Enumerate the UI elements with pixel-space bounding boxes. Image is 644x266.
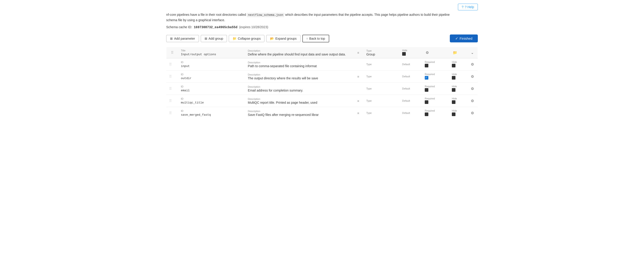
param-desc-label: Description bbox=[248, 110, 352, 113]
param-hide-label: Hide bbox=[452, 85, 464, 88]
param-row: ⠿ ID input Description Path to comma-sep… bbox=[166, 58, 478, 71]
param-note-cell bbox=[354, 58, 364, 71]
param-settings-cell: ⚙ bbox=[467, 107, 478, 119]
param-settings-cell: ⚙ bbox=[467, 58, 478, 71]
param-hide-checkbox[interactable] bbox=[452, 88, 456, 92]
param-drag-handle[interactable]: ⠿ bbox=[169, 99, 172, 103]
plus-icon: ⊞ bbox=[170, 37, 173, 40]
group-note-cell: ≡ bbox=[354, 47, 364, 58]
param-default-label: Default bbox=[402, 87, 419, 90]
param-id-value: input bbox=[181, 64, 190, 68]
param-settings-button[interactable]: ⚙ bbox=[470, 74, 475, 80]
param-required-checkbox[interactable] bbox=[425, 100, 428, 104]
finished-label: Finished bbox=[460, 36, 472, 40]
schema-cache-row: Schema cache ID: 1697308732_ea4965cba55d… bbox=[166, 25, 478, 29]
group-note-icon[interactable]: ≡ bbox=[357, 51, 359, 55]
param-default-cell: Default bbox=[400, 95, 422, 107]
collapse-groups-label: Collapse groups bbox=[238, 37, 260, 40]
group-settings-button[interactable]: ⚙ bbox=[425, 50, 430, 56]
param-hide-cell: Hide bbox=[449, 107, 467, 119]
group-header-row: ⠿ Title Input/output options Description… bbox=[166, 47, 478, 58]
back-to-top-button[interactable]: ↑ Back to top bbox=[302, 35, 329, 42]
param-drag-handle[interactable]: ⠿ bbox=[169, 62, 172, 66]
param-required-cell: Required bbox=[422, 58, 449, 71]
param-drag-handle[interactable]: ⠿ bbox=[169, 111, 172, 115]
param-required-label: Required bbox=[425, 73, 446, 76]
param-settings-button[interactable]: ⚙ bbox=[470, 61, 475, 67]
param-type-cell: Type bbox=[364, 107, 400, 119]
param-note-cell bbox=[354, 83, 364, 95]
param-note-cell: ≡ bbox=[354, 95, 364, 107]
group-drag-handle[interactable]: ⠿ bbox=[169, 50, 176, 55]
param-row: ⠿ ID outdir Description The output direc… bbox=[166, 71, 478, 83]
param-drag-handle[interactable]: ⠿ bbox=[169, 75, 172, 78]
param-desc-value: Email address for completion summary. bbox=[248, 89, 303, 92]
param-required-checkbox[interactable] bbox=[425, 76, 428, 80]
expand-groups-label: Expand groups bbox=[275, 37, 296, 40]
param-note-icon[interactable]: ≡ bbox=[357, 111, 359, 115]
param-hide-checkbox[interactable] bbox=[452, 113, 456, 116]
group-expand-button[interactable]: ⌄ bbox=[470, 50, 475, 56]
param-settings-button[interactable]: ⚙ bbox=[470, 98, 475, 104]
param-settings-button[interactable]: ⚙ bbox=[470, 86, 475, 92]
param-desc-value: Path to comma-separated file containing … bbox=[248, 64, 317, 68]
param-desc-value: The output directory where the results w… bbox=[248, 76, 318, 80]
param-note-icon[interactable]: ≡ bbox=[357, 75, 359, 78]
param-hide-checkbox[interactable] bbox=[452, 64, 456, 67]
help-button[interactable]: ? ? Help bbox=[458, 3, 478, 10]
param-required-label: Required bbox=[425, 97, 446, 100]
param-hide-label: Hide bbox=[452, 61, 464, 63]
param-note-icon[interactable]: ≡ bbox=[357, 99, 359, 103]
group-folder-button[interactable]: 📁 bbox=[452, 50, 458, 56]
expand-groups-button[interactable]: 📂 Expand groups bbox=[266, 35, 300, 42]
group-hide-checkbox[interactable] bbox=[402, 52, 406, 56]
param-id-cell: ID input bbox=[178, 58, 245, 71]
param-required-label: Required bbox=[425, 85, 446, 88]
param-hide-label: Hide bbox=[452, 109, 464, 112]
param-id-label: ID bbox=[181, 97, 242, 100]
group-drag-cell: ⠿ bbox=[166, 47, 178, 58]
param-drag-cell: ⠿ bbox=[166, 83, 178, 95]
add-group-label: Add group bbox=[209, 37, 223, 40]
collapse-groups-button[interactable]: 📁 Collapse groups bbox=[229, 35, 264, 42]
param-id-value: save_merged_fastq bbox=[181, 113, 211, 117]
param-hide-checkbox[interactable] bbox=[452, 100, 456, 104]
param-required-checkbox[interactable] bbox=[425, 113, 428, 116]
param-id-value: outdir bbox=[181, 77, 192, 80]
param-default-label: Default bbox=[402, 75, 419, 78]
param-drag-handle[interactable]: ⠿ bbox=[169, 87, 172, 91]
param-type-label: Type bbox=[366, 99, 397, 102]
param-hide-cell: Hide bbox=[449, 58, 467, 71]
param-required-checkbox[interactable] bbox=[425, 88, 428, 92]
param-required-checkbox[interactable] bbox=[425, 64, 428, 67]
param-note-cell: ≡ bbox=[354, 71, 364, 83]
schema-cache-expires: (expires 10/28/2023) bbox=[239, 25, 268, 29]
param-settings-button[interactable]: ⚙ bbox=[470, 110, 475, 116]
param-desc-cell: Description Save FastQ files after mergi… bbox=[245, 107, 355, 119]
add-parameter-button[interactable]: ⊞ Add parameter bbox=[166, 35, 199, 42]
add-parameter-label: Add parameter bbox=[174, 37, 195, 40]
param-desc-cell: Description Email address for completion… bbox=[245, 83, 355, 95]
param-id-label: ID bbox=[181, 61, 242, 64]
add-group-button[interactable]: ⊞ Add group bbox=[201, 35, 227, 42]
param-type-cell: Type bbox=[364, 58, 400, 71]
collapse-icon: 📁 bbox=[232, 37, 236, 40]
param-hide-checkbox[interactable] bbox=[452, 76, 456, 80]
group-title-label: Title bbox=[181, 49, 242, 52]
param-desc-label: Description bbox=[248, 98, 352, 100]
param-hide-label: Hide bbox=[452, 73, 464, 76]
arrow-up-icon: ↑ bbox=[306, 37, 308, 40]
param-hide-cell: Hide bbox=[449, 71, 467, 83]
finished-button[interactable]: ✓ Finished bbox=[450, 34, 478, 42]
param-desc-label: Description bbox=[248, 73, 352, 76]
expand-icon: 📂 bbox=[270, 37, 274, 40]
param-default-label: Default bbox=[402, 112, 419, 114]
param-row: ⠿ ID multiqc_title Description MultiQC r… bbox=[166, 95, 478, 107]
param-type-cell: Type bbox=[364, 71, 400, 83]
toolbar: ⊞ Add parameter ⊞ Add group 📁 Collapse g… bbox=[166, 34, 478, 42]
param-type-label: Type bbox=[366, 87, 397, 90]
param-id-cell: ID multiqc_title bbox=[178, 95, 245, 107]
group-desc-value: Define where the pipeline should find in… bbox=[248, 52, 346, 56]
group-folder-cell: 📁 bbox=[449, 47, 467, 58]
help-label: ? Help bbox=[465, 5, 474, 9]
